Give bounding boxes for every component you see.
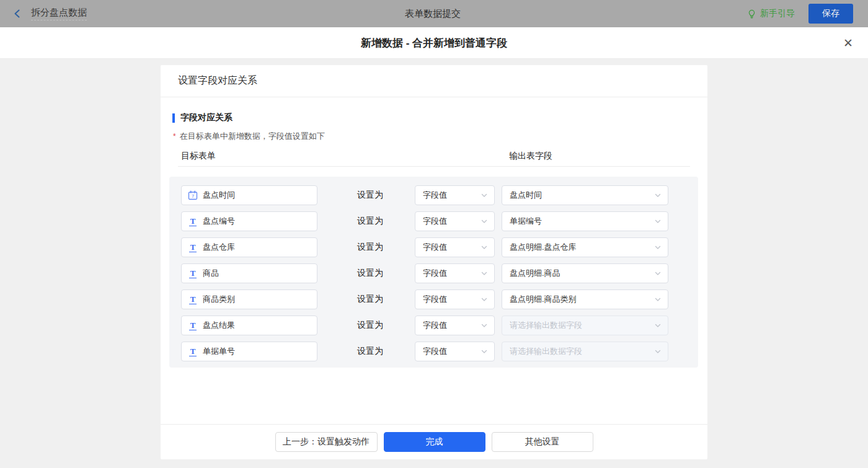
chevron-down-icon <box>480 296 488 303</box>
dialog-header: 新增数据 - 合并新增到普通字段 ✕ <box>0 27 868 59</box>
target-field-label: 盘点时间 <box>203 190 235 201</box>
target-field[interactable]: T 盘点编号 <box>181 211 317 231</box>
text-field-icon: T <box>188 347 198 356</box>
settings-card: 设置字段对应关系 字段对应关系 * 在目标表单中新增数据，字段值设置如下 目标表… <box>161 65 707 459</box>
back-icon[interactable] <box>12 9 22 19</box>
screen: 拆分盘点数据 表单数据提交 新手引导 保存 新增数据 - 合并新增到普通字段 ✕… <box>0 0 868 468</box>
dialog-title: 新增数据 - 合并新增到普通字段 <box>361 36 507 50</box>
target-field-label: 盘点结果 <box>203 320 235 331</box>
output-field-value: 盘点明细.盘点仓库 <box>510 242 577 253</box>
chevron-down-icon <box>654 218 662 225</box>
target-field[interactable]: T 单据单号 <box>181 342 317 361</box>
text-field-icon: T <box>188 294 198 304</box>
target-field[interactable]: 7 盘点时间 <box>181 185 317 205</box>
chevron-down-icon <box>480 348 488 355</box>
section-title-label: 字段对应关系 <box>180 112 232 123</box>
topbar-left: 拆分盘点数据 <box>12 7 198 20</box>
hint-text: 在目标表单中新增数据，字段值设置如下 <box>180 131 325 142</box>
value-mode-value: 字段值 <box>423 242 447 253</box>
card-footer: 上一步：设置触发动作 完成 其他设置 <box>161 424 707 459</box>
mapping-row: T 盘点编号 设置为 字段值 单据编号 <box>181 211 698 231</box>
other-settings-button[interactable]: 其他设置 <box>492 432 593 452</box>
topbar-right: 新手引导 保存 <box>667 4 853 24</box>
section-title: 字段对应关系 <box>172 112 690 123</box>
value-mode-select[interactable]: 字段值 <box>415 316 495 335</box>
lightbulb-icon <box>746 9 756 19</box>
column-header-target-form: 目标表单 <box>181 151 216 162</box>
svg-text:7: 7 <box>192 193 194 199</box>
field-mapping-panel: 7 盘点时间 设置为 字段值 盘点时间 <box>169 177 698 368</box>
chevron-down-icon <box>654 348 662 355</box>
card-header-title: 设置字段对应关系 <box>161 65 707 97</box>
value-mode-value: 字段值 <box>423 216 447 227</box>
value-mode-select[interactable]: 字段值 <box>415 237 495 257</box>
value-mode-value: 字段值 <box>423 190 447 201</box>
topbar: 拆分盘点数据 表单数据提交 新手引导 保存 <box>0 0 868 27</box>
value-mode-value: 字段值 <box>423 294 447 305</box>
mapping-row: T 商品 设置为 字段值 盘点明细.商品 <box>181 263 698 283</box>
chevron-down-icon <box>480 218 488 225</box>
set-as-label: 设置为 <box>357 242 383 253</box>
value-mode-value: 字段值 <box>423 346 447 357</box>
chevron-down-icon <box>480 322 488 329</box>
set-as-label: 设置为 <box>357 320 383 331</box>
value-mode-select[interactable]: 字段值 <box>415 342 495 361</box>
column-header-output-field: 输出表字段 <box>509 151 552 162</box>
workflow-name[interactable]: 拆分盘点数据 <box>31 7 87 20</box>
mapping-row: T 单据单号 设置为 字段值 请选择输出数据字段 <box>181 342 698 361</box>
hint-line: * 在目标表单中新增数据，字段值设置如下 <box>173 131 690 142</box>
target-field-label: 盘点编号 <box>203 216 235 227</box>
accent-bar <box>172 113 175 123</box>
output-field-select[interactable]: 请选择输出数据字段 <box>502 316 668 335</box>
required-asterisk: * <box>173 132 176 141</box>
target-field[interactable]: T 商品 <box>181 263 317 283</box>
value-mode-select[interactable]: 字段值 <box>415 289 495 309</box>
target-field[interactable]: T 商品类别 <box>181 289 317 309</box>
output-field-select[interactable]: 单据编号 <box>502 211 668 231</box>
mapping-row: 7 盘点时间 设置为 字段值 盘点时间 <box>181 185 698 205</box>
set-as-label: 设置为 <box>357 268 383 279</box>
text-field-icon: T <box>188 242 198 252</box>
set-as-label: 设置为 <box>357 294 383 305</box>
output-field-placeholder: 请选择输出数据字段 <box>510 346 582 357</box>
set-as-label: 设置为 <box>357 346 383 357</box>
calendar-icon: 7 <box>188 190 198 200</box>
dialog-body: 设置字段对应关系 字段对应关系 * 在目标表单中新增数据，字段值设置如下 目标表… <box>0 59 868 468</box>
output-field-value: 盘点明细.商品 <box>510 268 560 279</box>
beginner-guide-link[interactable]: 新手引导 <box>746 8 795 19</box>
value-mode-select[interactable]: 字段值 <box>415 263 495 283</box>
target-field-label: 单据单号 <box>203 346 235 357</box>
target-field-label: 商品 <box>203 268 219 279</box>
output-field-placeholder: 请选择输出数据字段 <box>510 320 582 331</box>
close-icon[interactable]: ✕ <box>843 37 853 49</box>
beginner-guide-label: 新手引导 <box>760 8 795 19</box>
output-field-value: 盘点明细.商品类别 <box>510 294 577 305</box>
previous-step-button[interactable]: 上一步：设置触发动作 <box>275 432 378 452</box>
target-field[interactable]: T 盘点仓库 <box>181 237 317 257</box>
text-field-icon: T <box>188 216 198 226</box>
done-button[interactable]: 完成 <box>384 432 485 452</box>
card-body: 字段对应关系 * 在目标表单中新增数据，字段值设置如下 目标表单 输出表字段 7 <box>161 97 707 424</box>
output-field-select[interactable]: 请选择输出数据字段 <box>502 342 668 361</box>
output-field-select[interactable]: 盘点明细.商品 <box>502 263 668 283</box>
target-field-label: 盘点仓库 <box>203 242 235 253</box>
topbar-title: 表单数据提交 <box>198 8 667 20</box>
value-mode-select[interactable]: 字段值 <box>415 211 495 231</box>
chevron-down-icon <box>654 322 662 329</box>
mapping-row: T 盘点仓库 设置为 字段值 盘点明细.盘点仓库 <box>181 237 698 257</box>
chevron-down-icon <box>654 192 662 199</box>
output-field-select[interactable]: 盘点明细.盘点仓库 <box>502 237 668 257</box>
output-field-select[interactable]: 盘点时间 <box>502 185 668 205</box>
mapping-row: T 商品类别 设置为 字段值 盘点明细.商品类别 <box>181 289 698 309</box>
output-field-select[interactable]: 盘点明细.商品类别 <box>502 289 668 309</box>
chevron-down-icon <box>654 244 662 251</box>
chevron-down-icon <box>480 270 488 277</box>
target-field[interactable]: T 盘点结果 <box>181 316 317 335</box>
value-mode-select[interactable]: 字段值 <box>415 185 495 205</box>
set-as-label: 设置为 <box>357 190 383 201</box>
output-field-value: 盘点时间 <box>510 190 542 201</box>
set-as-label: 设置为 <box>357 216 383 227</box>
save-button[interactable]: 保存 <box>808 4 853 24</box>
chevron-down-icon <box>654 270 662 277</box>
column-headers: 目标表单 输出表字段 <box>178 151 690 167</box>
